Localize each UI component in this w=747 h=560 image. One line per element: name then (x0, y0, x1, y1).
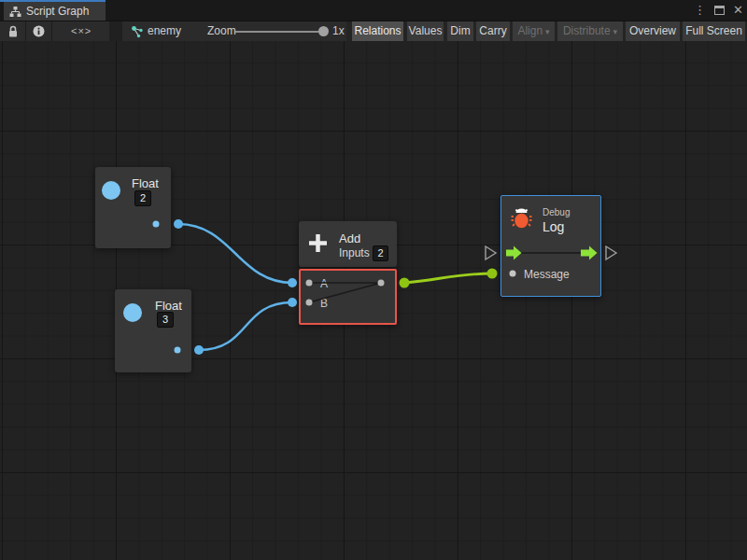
node-title: Log (543, 219, 564, 234)
wire-endpoint-dot (400, 278, 410, 288)
wire-endpoint-dot (174, 219, 183, 229)
wire-endpoint-dot (194, 345, 204, 355)
graph-hierarchy-icon (9, 6, 21, 18)
script-graph-window: Script Graph ⋮ ✕ <×> (0, 0, 747, 560)
inputs-label: Inputs (339, 246, 370, 259)
tab-bar: Script Graph ⋮ ✕ (0, 0, 747, 21)
tab-script-graph[interactable]: Script Graph (4, 2, 106, 21)
window-controls: ⋮ ✕ (694, 0, 743, 21)
float-value-input[interactable]: 2 (134, 190, 151, 206)
bug-icon (509, 205, 534, 231)
graph-toolbar: <×> enemy Zoom 1x Relations Values Dim C… (0, 21, 747, 41)
flow-entry-triangle-icon (486, 246, 496, 259)
add-node-body-highlighted[interactable]: A B (299, 269, 397, 325)
zoom-value: 1x (332, 21, 345, 41)
distribute-dropdown[interactable]: Distribute (557, 21, 623, 41)
carry-button[interactable]: Carry (476, 21, 510, 41)
node-title: Float (132, 176, 159, 190)
add-node-header[interactable]: Add Inputs 2 (299, 221, 397, 267)
zoom-slider-track[interactable] (235, 31, 318, 33)
graph-name-label[interactable]: enemy (148, 21, 181, 41)
menu-icon[interactable]: ⋮ (694, 0, 706, 21)
maximize-icon[interactable] (714, 6, 725, 15)
plus-icon (308, 233, 328, 253)
wire-endpoint-dot (487, 269, 498, 279)
align-dropdown[interactable]: Align (513, 21, 555, 41)
port-b-label: B (320, 297, 328, 310)
wire-endpoint-dot (288, 298, 297, 307)
graph-canvas[interactable]: Float 2 Float 3 Add Inputs 2 A B (0, 41, 747, 560)
debug-log-node-selected[interactable]: Debug Log Message (500, 195, 601, 297)
node-title: Add (339, 231, 360, 245)
graph-reference-icon (131, 25, 144, 41)
flow-exit-triangle-icon (606, 246, 616, 259)
overview-button[interactable]: Overview (626, 21, 680, 41)
wire-add-to-debug-message[interactable] (404, 273, 492, 283)
wire-float-a-to-add-a[interactable] (178, 224, 292, 283)
fullscreen-button[interactable]: Full Screen (683, 21, 745, 41)
relations-button[interactable]: Relations (352, 21, 403, 41)
zoom-label: Zoom (207, 21, 236, 41)
tab-title: Script Graph (26, 5, 89, 18)
wire-endpoint-dot (288, 278, 297, 287)
values-button[interactable]: Values (407, 21, 444, 41)
float-node-a[interactable]: Float 2 (95, 167, 171, 248)
lock-icon[interactable] (7, 25, 19, 41)
float-value-input[interactable]: 3 (157, 312, 174, 328)
port-a-label: A (320, 277, 328, 290)
node-title: Float (155, 299, 182, 313)
message-port-label: Message (524, 268, 570, 281)
inputs-count-input[interactable]: 2 (373, 245, 388, 261)
float-node-b[interactable]: Float 3 (115, 289, 191, 372)
float-type-icon (102, 181, 120, 200)
float-type-icon (123, 303, 142, 322)
info-icon[interactable] (33, 25, 45, 40)
wire-float-b-to-add-b[interactable] (199, 302, 292, 350)
zoom-slider-handle[interactable] (318, 26, 329, 36)
node-category: Debug (543, 207, 570, 217)
close-icon[interactable]: ✕ (733, 0, 743, 21)
dim-button[interactable]: Dim (447, 21, 473, 41)
code-view-icon[interactable]: <×> (71, 21, 92, 41)
